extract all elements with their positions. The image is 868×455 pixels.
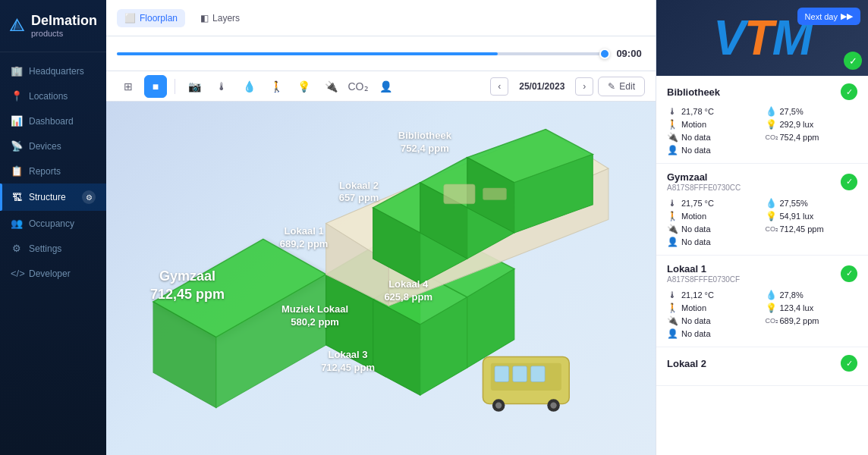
gymzaal-card: Gymzaal A817S8FFFE0730CC ✓ 🌡 21,75 °C 💧 … [656, 164, 868, 256]
edit-icon: ✎ [608, 81, 615, 92]
gymzaal-humidity-value: 27,55% [780, 199, 808, 208]
sidebar: Delmation products 🏢 Headquarters 📍 Loca… [0, 0, 106, 455]
filter-all-icon[interactable]: ⊞ [117, 75, 140, 98]
sidebar-item-structure[interactable]: 🏗 Structure ⚙ [0, 184, 106, 211]
lokaal1-co2-icon: CO₂ [766, 317, 776, 325]
gymzaal-card-header: Gymzaal A817S8FFFE0730CC ✓ [667, 171, 857, 192]
lokaal2-card-title: Lokaal 2 [667, 358, 706, 369]
gymzaal-motion-value: Motion [681, 212, 706, 221]
developer-label: Developer [29, 268, 71, 279]
filter-motion-icon[interactable]: 🚶 [265, 75, 288, 98]
filter-co2-icon[interactable]: CO₂ [347, 75, 370, 98]
gymzaal-thermometer-icon: 🌡 [667, 198, 678, 209]
floorplan-svg [106, 102, 656, 455]
gymzaal-card-title: Gymzaal [667, 171, 741, 183]
lokaal1-motion-value: Motion [681, 303, 706, 312]
vtm-v: V [713, 11, 744, 65]
sidebar-item-settings[interactable]: ⚙ Settings [0, 236, 106, 261]
dashboard-icon: 📊 [11, 115, 23, 127]
vtm-logo: VTM [713, 14, 811, 62]
gymzaal-light-icon: 💡 [766, 211, 776, 221]
layers-label: Layers [212, 13, 240, 24]
timeline-thumb[interactable] [599, 49, 610, 59]
lokaal1-people-value: No data [681, 329, 711, 338]
layers-icon: ◧ [200, 13, 209, 24]
motion-icon: 🚶 [667, 119, 678, 130]
locations-label: Locations [29, 91, 68, 102]
metric-humidity: 💧 27,5% [766, 106, 858, 117]
filter-sep-1 [175, 79, 175, 94]
locations-icon: 📍 [11, 90, 23, 102]
svg-rect-28 [444, 184, 475, 204]
lokaal2-card: Lokaal 2 ✓ [656, 347, 868, 386]
next-day-label: Next day [805, 12, 838, 21]
svg-rect-29 [483, 188, 506, 200]
lokaal1-motion-icon: 🚶 [667, 303, 678, 313]
sidebar-item-developer[interactable]: </> Developer [0, 261, 106, 286]
timeline-time: 09:00 [613, 48, 645, 59]
co2-value: 752,4 ppm [780, 133, 819, 142]
lokaal2-card-header: Lokaal 2 ✓ [667, 355, 857, 372]
filter-network-icon[interactable]: 🔌 [319, 75, 342, 98]
layers-btn[interactable]: ◧ Layers [193, 9, 247, 27]
gymzaal-metric-network: 🔌 No data [667, 224, 760, 234]
sidebar-item-reports[interactable]: 📋 Reports [0, 158, 106, 184]
lokaal1-light-icon: 💡 [766, 303, 776, 313]
co2-icon: CO₂ [766, 133, 776, 141]
gymzaal-metric-motion: 🚶 Motion [667, 211, 760, 221]
lokaal1-metric-co2: CO₂ 689,2 ppm [766, 315, 858, 326]
lokaal1-metric-motion: 🚶 Motion [667, 303, 760, 313]
delmation-logo-icon [9, 12, 25, 39]
date-prev-btn[interactable]: ‹ [490, 77, 508, 96]
people-icon: 👤 [667, 145, 678, 155]
filter-people-icon[interactable]: 👤 [374, 75, 397, 98]
sidebar-item-locations[interactable]: 📍 Locations [0, 83, 106, 108]
next-day-btn[interactable]: Next day ▶▶ [797, 8, 860, 25]
people-value: No data [681, 146, 711, 155]
lokaal1-people-icon: 👤 [667, 328, 678, 339]
date-next-btn[interactable]: › [575, 77, 593, 96]
gymzaal-humidity-icon: 💧 [766, 198, 776, 209]
lokaal1-card-title-block: Lokaal 1 A817S8FFFE0730CF [667, 263, 740, 284]
sidebar-item-dashboard[interactable]: 📊 Dashboard [0, 108, 106, 133]
metric-motion: 🚶 Motion [667, 119, 760, 130]
lokaal1-metric-people: 👤 No data [667, 328, 760, 339]
svg-point-27 [550, 402, 556, 408]
filter-light-icon[interactable]: 💡 [292, 75, 315, 98]
humidity-value: 27,5% [780, 107, 804, 116]
gymzaal-metric-light: 💡 54,91 lux [766, 211, 858, 221]
temp-value: 21,78 °C [681, 107, 714, 116]
lokaal1-card-title: Lokaal 1 [667, 263, 740, 275]
filter-thermometer-icon[interactable]: 🌡 [210, 75, 233, 98]
metric-people: 👤 No data [667, 145, 760, 155]
lokaal1-metrics: 🌡 21,12 °C 💧 27,8% 🚶 Motion 💡 123,4 lux … [667, 290, 857, 339]
thermometer-icon: 🌡 [667, 106, 678, 117]
logo-title: Delmation [31, 14, 97, 29]
filter-camera-icon[interactable]: 📷 [183, 75, 206, 98]
devices-icon: 📡 [11, 140, 23, 152]
timeline-slider-wrap [117, 52, 605, 55]
svg-rect-21 [495, 366, 509, 382]
logo-subtitle: products [31, 29, 97, 38]
vtm-header: VTM Next day ▶▶ ✓ [656, 0, 868, 76]
timeline-track[interactable] [117, 52, 605, 55]
floorplan-label: Floorplan [140, 13, 178, 24]
bibliotheek-card: Bibliotheek ✓ 🌡 21,78 °C 💧 27,5% 🚶 Motio… [656, 76, 868, 164]
reports-icon: 📋 [11, 165, 23, 177]
edit-btn[interactable]: ✎ Edit [598, 77, 645, 96]
filter-active-icon[interactable]: ■ [144, 75, 167, 98]
gymzaal-co2-icon: CO₂ [766, 225, 776, 233]
sidebar-item-headquarters[interactable]: 🏢 Headquarters [0, 58, 106, 83]
svg-point-25 [495, 402, 502, 408]
filter-humidity-icon[interactable]: 💧 [237, 75, 260, 98]
sidebar-item-devices[interactable]: 📡 Devices [0, 133, 106, 158]
metric-temp: 🌡 21,78 °C [667, 106, 760, 117]
metric-light: 💡 292,9 lux [766, 119, 858, 130]
light-icon: 💡 [766, 119, 776, 130]
sidebar-item-occupancy[interactable]: 👥 Occupancy [0, 211, 106, 236]
vtm-status-check: ✓ [844, 52, 862, 70]
occupancy-label: Occupancy [29, 218, 74, 229]
motion-value: Motion [681, 120, 706, 129]
light-value: 292,9 lux [780, 120, 814, 129]
floorplan-btn[interactable]: ⬜ Floorplan [117, 9, 185, 27]
